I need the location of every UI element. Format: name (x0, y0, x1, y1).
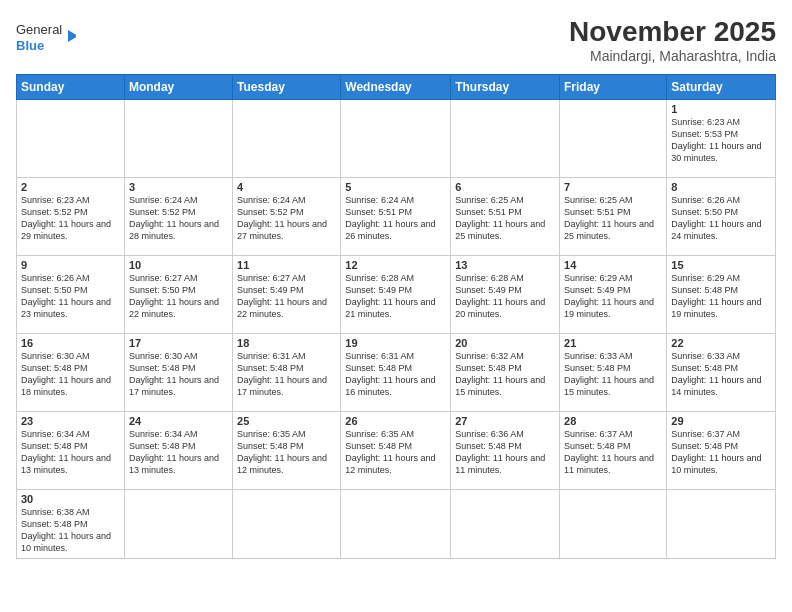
empty-cell (560, 490, 667, 559)
header-saturday: Saturday (667, 75, 776, 100)
day-3: 3 Sunrise: 6:24 AM Sunset: 5:52 PM Dayli… (124, 178, 232, 256)
generalblue-icon: General Blue (16, 16, 76, 60)
location: Maindargi, Maharashtra, India (569, 48, 776, 64)
day-29: 29 Sunrise: 6:37 AM Sunset: 5:48 PM Dayl… (667, 412, 776, 490)
calendar-page: General Blue November 2025 Maindargi, Ma… (0, 0, 792, 612)
empty-cell (233, 490, 341, 559)
header-sunday: Sunday (17, 75, 125, 100)
empty-cell (124, 490, 232, 559)
day-24: 24 Sunrise: 6:34 AM Sunset: 5:48 PM Dayl… (124, 412, 232, 490)
logo: General Blue (16, 16, 76, 60)
week-row-5: 23 Sunrise: 6:34 AM Sunset: 5:48 PM Dayl… (17, 412, 776, 490)
day-7: 7 Sunrise: 6:25 AM Sunset: 5:51 PM Dayli… (560, 178, 667, 256)
empty-cell (341, 100, 451, 178)
header-monday: Monday (124, 75, 232, 100)
day-23: 23 Sunrise: 6:34 AM Sunset: 5:48 PM Dayl… (17, 412, 125, 490)
empty-cell (667, 490, 776, 559)
header: General Blue November 2025 Maindargi, Ma… (16, 16, 776, 64)
day-26: 26 Sunrise: 6:35 AM Sunset: 5:48 PM Dayl… (341, 412, 451, 490)
day-5: 5 Sunrise: 6:24 AM Sunset: 5:51 PM Dayli… (341, 178, 451, 256)
week-row-1: 1 Sunrise: 6:23 AM Sunset: 5:53 PM Dayli… (17, 100, 776, 178)
day-14: 14 Sunrise: 6:29 AM Sunset: 5:49 PM Dayl… (560, 256, 667, 334)
empty-cell (124, 100, 232, 178)
day-30: 30 Sunrise: 6:38 AM Sunset: 5:48 PM Dayl… (17, 490, 125, 559)
empty-cell (560, 100, 667, 178)
day-25: 25 Sunrise: 6:35 AM Sunset: 5:48 PM Dayl… (233, 412, 341, 490)
header-wednesday: Wednesday (341, 75, 451, 100)
week-row-6: 30 Sunrise: 6:38 AM Sunset: 5:48 PM Dayl… (17, 490, 776, 559)
day-21: 21 Sunrise: 6:33 AM Sunset: 5:48 PM Dayl… (560, 334, 667, 412)
week-row-3: 9 Sunrise: 6:26 AM Sunset: 5:50 PM Dayli… (17, 256, 776, 334)
day-27: 27 Sunrise: 6:36 AM Sunset: 5:48 PM Dayl… (451, 412, 560, 490)
week-row-4: 16 Sunrise: 6:30 AM Sunset: 5:48 PM Dayl… (17, 334, 776, 412)
svg-text:General: General (16, 22, 62, 37)
empty-cell (233, 100, 341, 178)
day-28: 28 Sunrise: 6:37 AM Sunset: 5:48 PM Dayl… (560, 412, 667, 490)
day-18: 18 Sunrise: 6:31 AM Sunset: 5:48 PM Dayl… (233, 334, 341, 412)
day-10: 10 Sunrise: 6:27 AM Sunset: 5:50 PM Dayl… (124, 256, 232, 334)
day-17: 17 Sunrise: 6:30 AM Sunset: 5:48 PM Dayl… (124, 334, 232, 412)
header-friday: Friday (560, 75, 667, 100)
day-8: 8 Sunrise: 6:26 AM Sunset: 5:50 PM Dayli… (667, 178, 776, 256)
month-title: November 2025 (569, 16, 776, 48)
header-thursday: Thursday (451, 75, 560, 100)
day-9: 9 Sunrise: 6:26 AM Sunset: 5:50 PM Dayli… (17, 256, 125, 334)
day-20: 20 Sunrise: 6:32 AM Sunset: 5:48 PM Dayl… (451, 334, 560, 412)
empty-cell (451, 490, 560, 559)
day-6: 6 Sunrise: 6:25 AM Sunset: 5:51 PM Dayli… (451, 178, 560, 256)
day-1: 1 Sunrise: 6:23 AM Sunset: 5:53 PM Dayli… (667, 100, 776, 178)
day-16: 16 Sunrise: 6:30 AM Sunset: 5:48 PM Dayl… (17, 334, 125, 412)
day-22: 22 Sunrise: 6:33 AM Sunset: 5:48 PM Dayl… (667, 334, 776, 412)
day-12: 12 Sunrise: 6:28 AM Sunset: 5:49 PM Dayl… (341, 256, 451, 334)
empty-cell (17, 100, 125, 178)
week-row-2: 2 Sunrise: 6:23 AM Sunset: 5:52 PM Dayli… (17, 178, 776, 256)
calendar-table: Sunday Monday Tuesday Wednesday Thursday… (16, 74, 776, 559)
header-tuesday: Tuesday (233, 75, 341, 100)
weekday-header-row: Sunday Monday Tuesday Wednesday Thursday… (17, 75, 776, 100)
day-15: 15 Sunrise: 6:29 AM Sunset: 5:48 PM Dayl… (667, 256, 776, 334)
empty-cell (341, 490, 451, 559)
title-block: November 2025 Maindargi, Maharashtra, In… (569, 16, 776, 64)
day-19: 19 Sunrise: 6:31 AM Sunset: 5:48 PM Dayl… (341, 334, 451, 412)
day-11: 11 Sunrise: 6:27 AM Sunset: 5:49 PM Dayl… (233, 256, 341, 334)
svg-marker-2 (68, 30, 76, 42)
day-13: 13 Sunrise: 6:28 AM Sunset: 5:49 PM Dayl… (451, 256, 560, 334)
day-2: 2 Sunrise: 6:23 AM Sunset: 5:52 PM Dayli… (17, 178, 125, 256)
empty-cell (451, 100, 560, 178)
svg-text:Blue: Blue (16, 38, 44, 53)
day-4: 4 Sunrise: 6:24 AM Sunset: 5:52 PM Dayli… (233, 178, 341, 256)
